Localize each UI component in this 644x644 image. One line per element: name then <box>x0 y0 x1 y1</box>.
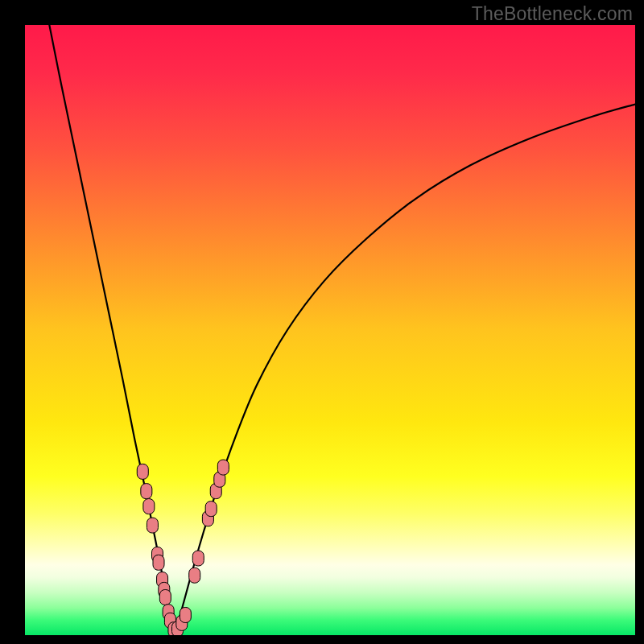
marker-group <box>137 460 229 635</box>
data-marker <box>159 590 171 605</box>
data-marker <box>217 460 229 475</box>
watermark-text: TheBottleneck.com <box>472 3 633 25</box>
data-marker <box>153 555 164 570</box>
data-marker <box>143 499 155 514</box>
data-marker <box>180 607 191 622</box>
data-marker <box>205 502 217 517</box>
data-marker <box>141 484 152 499</box>
data-marker <box>192 551 204 566</box>
data-marker <box>147 518 158 533</box>
data-marker <box>189 568 200 583</box>
plot-area <box>25 25 635 635</box>
outer-frame: TheBottleneck.com <box>0 0 644 644</box>
curve-left-branch <box>49 25 173 632</box>
chart-svg <box>25 25 635 635</box>
data-marker <box>137 464 148 479</box>
curve-right-branch <box>175 105 635 633</box>
